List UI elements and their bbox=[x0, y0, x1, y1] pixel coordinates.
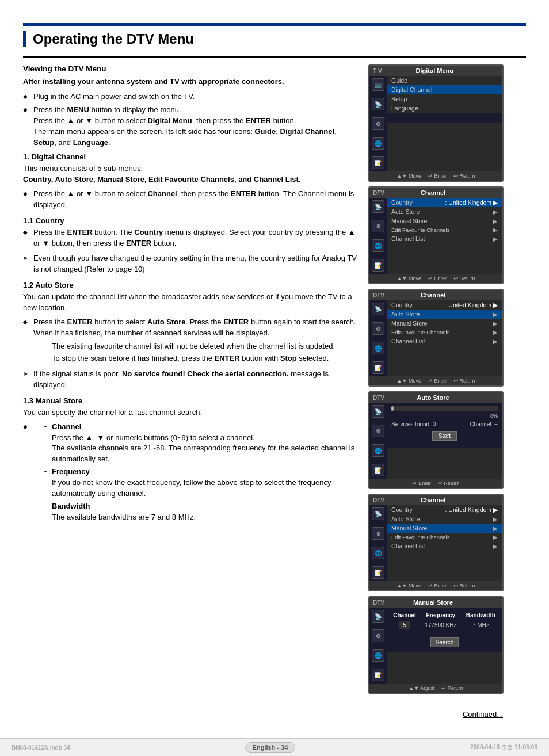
screen-auto-store: DTV Auto Store 📡 ⚙ 🌐 📝 bbox=[368, 391, 504, 489]
screen-channel-2: DTV Channel 📡 ⚙ 🌐 📝 Country : United bbox=[368, 289, 504, 387]
dtv-icon-6d: 📝 bbox=[372, 669, 384, 681]
section12-arrows: If the signal status is poor, No service… bbox=[23, 369, 357, 391]
screen-row-autostore-1: Auto Store ▶ bbox=[387, 207, 502, 216]
tv-icon-1: 📺 bbox=[372, 78, 384, 91]
services-found: Services found: 0 bbox=[391, 421, 436, 427]
screen-icons-col-6: 📡 ⚙ 🌐 📝 bbox=[369, 608, 387, 684]
footer-filename: BN68-01422A.indb 34 bbox=[12, 744, 70, 751]
screen-icons-col-4: 📡 ⚙ 🌐 📝 bbox=[369, 403, 387, 479]
page-title: Operating the DTV Menu bbox=[33, 31, 526, 47]
screen-body-6: 📡 ⚙ 🌐 📝 Channel Frequency bbox=[369, 608, 502, 684]
footer-return-2: ↩ Return bbox=[453, 276, 475, 281]
search-button[interactable]: Search bbox=[430, 637, 459, 647]
footer-date: 2008-04-18 오전 11:03:06 bbox=[470, 743, 537, 751]
val-channel: 5 bbox=[389, 620, 420, 631]
screen-content-col-5: Country : United Kingdom ▶ Auto Store ▶ … bbox=[387, 505, 502, 581]
sub-section-11: 1.1 Country Press the ENTER button. The … bbox=[23, 216, 357, 275]
section1-bullet: Press the ▲ or ▼ button to select Channe… bbox=[23, 189, 357, 211]
continued-text: Continued... bbox=[23, 710, 526, 719]
screen-header-1: T V Digital Menu bbox=[369, 66, 502, 76]
section12-desc: You can update the channel list when the… bbox=[23, 292, 357, 314]
channel-info: Channel: − bbox=[470, 421, 498, 427]
section1-desc: This menu consists of 5 sub-menus: Count… bbox=[23, 163, 357, 185]
val-bandwidth: 7 MHz bbox=[462, 620, 500, 631]
screen-body-5: 📡 ⚙ 🌐 📝 Country : United Kingdom ▶ Auto … bbox=[369, 505, 502, 581]
screen-row-autostore-3: Auto Store ▶ bbox=[387, 514, 502, 524]
manual-store-content: Channel Frequency Bandwidth 5 177500 KHz bbox=[387, 608, 502, 652]
dtv-icon-3d: 📝 bbox=[372, 361, 384, 374]
screen-row-country-2: Country : United Kingdom ▶ bbox=[387, 300, 502, 310]
screen-header-4: DTV Auto Store bbox=[369, 392, 502, 403]
manual-store-row: 5 177500 KHz 7 MHz bbox=[389, 620, 500, 631]
screen-icons-col-3: 📡 ⚙ 🌐 📝 bbox=[369, 300, 387, 376]
progress-bar-fill bbox=[391, 406, 394, 411]
val-frequency: 177500 KHz bbox=[420, 620, 462, 631]
page-wrapper: Operating the DTV Menu Viewing the DTV M… bbox=[0, 0, 549, 756]
screen-content-manual-store: Channel Frequency Bandwidth 5 177500 KHz bbox=[387, 608, 502, 684]
section11-arrow: Even though you have changed the country… bbox=[23, 253, 357, 275]
title-divider bbox=[23, 56, 526, 58]
dtv-icon-4d: 📝 bbox=[372, 464, 384, 476]
dtv-icon-2d: 📝 bbox=[372, 259, 384, 272]
screen-row-guide: Guide bbox=[387, 76, 502, 85]
section1-submenus: Country, Auto Store, Manual Store, Edit … bbox=[23, 175, 301, 184]
dtv-icon-6b: ⚙ bbox=[372, 629, 384, 642]
footer-return-4: ↩ Return bbox=[438, 480, 460, 486]
screen-row-country-1: Country : United Kingdom ▶ bbox=[387, 198, 502, 207]
manual-store-table: Channel Frequency Bandwidth 5 177500 KHz bbox=[389, 611, 500, 631]
numbered-item-1: 1. Digital Channel This menu consists of… bbox=[23, 152, 357, 210]
footer-return-5: ↩ Return bbox=[453, 583, 475, 589]
screen-row-manualstore-1: Manual Store ▶ bbox=[387, 216, 502, 226]
tv-icon-5: 📝 bbox=[372, 156, 384, 169]
section12-dash2: To stop the scan before it has finished,… bbox=[44, 353, 357, 364]
section13-frequency: Frequency If you do not know the exact f… bbox=[44, 467, 357, 499]
footer-return-3: ↩ Return bbox=[453, 378, 475, 384]
screens-column: T V Digital Menu 📺 📡 ⚙ 🌐 📝 Guide bbox=[368, 64, 506, 698]
screen-channel-1: DTV Channel 📡 ⚙ 🌐 📝 Country : United bbox=[368, 186, 504, 284]
screen-row-manualstore-2: Manual Store ▶ bbox=[387, 319, 502, 328]
page-title-section: Operating the DTV Menu bbox=[23, 31, 526, 47]
dtv-icon-4c: 🌐 bbox=[372, 444, 384, 457]
screen-row-channellist-1: Channel List ▶ bbox=[387, 234, 502, 243]
main-content: Viewing the DTV Menu After installing yo… bbox=[23, 64, 526, 698]
screen-row-editfav-1: Edit Favourite Channels ▶ bbox=[387, 226, 502, 234]
screen-row-editfav-3: Edit Favourite Channels ▶ bbox=[387, 533, 502, 541]
screen-title-6: Manual Store bbox=[384, 599, 482, 606]
section13-bullet: Channel Press the ▲, ▼ or numeric button… bbox=[23, 422, 357, 523]
dtv-icon-5c: 🌐 bbox=[372, 547, 384, 559]
screen-title-1: Digital Menu bbox=[382, 67, 487, 74]
sub-section-title-12: 1.2 Auto Store bbox=[23, 281, 357, 289]
screen-row-digital-channel: Digital Channel bbox=[387, 85, 502, 94]
screen-row-setup: Setup bbox=[387, 94, 502, 104]
footer-move-2: ▲▼ Move bbox=[397, 276, 421, 281]
screen-manual-store: DTV Manual Store 📡 ⚙ 🌐 📝 bbox=[368, 596, 504, 694]
top-bar bbox=[23, 23, 526, 26]
section11-bullets: Press the ENTER button. The Country menu… bbox=[23, 227, 357, 249]
screen-footer-3: ▲▼ Move ↵ Enter ↩ Return bbox=[369, 376, 502, 385]
dtv-icon-3c: 🌐 bbox=[372, 342, 384, 354]
footer-move-5: ▲▼ Move bbox=[397, 583, 421, 589]
screen-body-2: 📡 ⚙ 🌐 📝 Country : United Kingdom ▶ Auto … bbox=[369, 198, 502, 274]
col-frequency: Frequency bbox=[420, 611, 462, 620]
screen-label-1: T V bbox=[373, 68, 382, 74]
auto-store-body: 0% Services found: 0 Channel: − Start bbox=[387, 403, 502, 448]
footer-enter-2: ↵ Enter bbox=[428, 276, 447, 281]
screen-title-5: Channel bbox=[384, 497, 482, 503]
section13-bullets: Channel Press the ▲, ▼ or numeric button… bbox=[23, 422, 357, 523]
screen-footer-1: ▲▼ Move ↵ Enter ↩ Return bbox=[369, 171, 502, 181]
start-button[interactable]: Start bbox=[432, 431, 457, 441]
section11-arrows: Even though you have changed the country… bbox=[23, 253, 357, 275]
screen-label-2: DTV bbox=[373, 190, 384, 196]
screen-row-manualstore-3: Manual Store ▶ bbox=[387, 524, 502, 533]
screen-content-col-3: Country : United Kingdom ▶ Auto Store ▶ … bbox=[387, 300, 502, 376]
footer-enter-3: ↵ Enter bbox=[428, 378, 447, 384]
footer-move-3: ▲▼ Move bbox=[397, 378, 421, 384]
sub-section-12: 1.2 Auto Store You can update the channe… bbox=[23, 281, 357, 391]
screen-label-3: DTV bbox=[373, 292, 384, 299]
screen-content-auto-store: 0% Services found: 0 Channel: − Start bbox=[387, 403, 502, 479]
screen-header-5: DTV Channel bbox=[369, 495, 502, 505]
screen-row-editfav-2: Edit Favourite Channels ▶ bbox=[387, 328, 502, 337]
intro-bullet-list: Plug in the AC main power and switch on … bbox=[23, 91, 357, 148]
tv-icon-3: ⚙ bbox=[372, 117, 384, 130]
screen-body-4: 📡 ⚙ 🌐 📝 0% Services found: 0 bbox=[369, 403, 502, 479]
